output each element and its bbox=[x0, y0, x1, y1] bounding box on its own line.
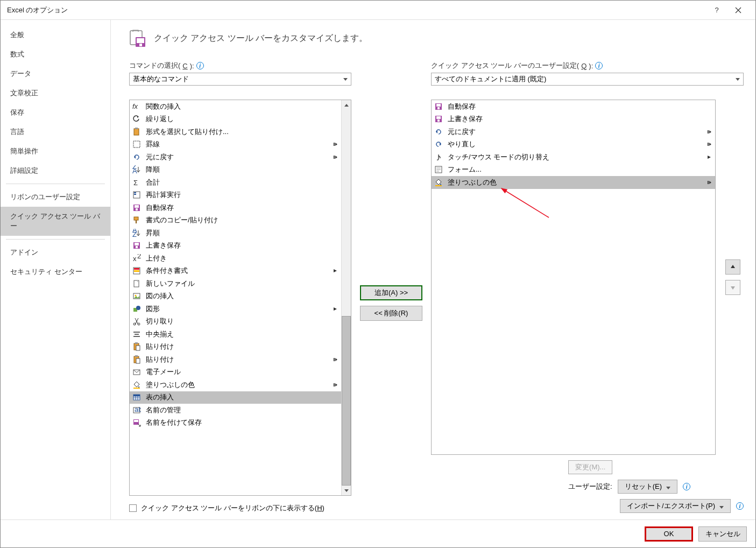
command-item[interactable]: 塗りつぶしの色 bbox=[130, 378, 341, 391]
command-item[interactable]: ab名前の管理 bbox=[130, 404, 341, 417]
svg-rect-49 bbox=[133, 395, 140, 396]
command-item[interactable]: x2上付き bbox=[130, 252, 341, 265]
scroll-up[interactable] bbox=[342, 100, 351, 110]
command-item[interactable]: 電子メール bbox=[130, 366, 341, 379]
sidebar-item[interactable]: リボンのユーザー設定 bbox=[1, 187, 110, 207]
info-icon[interactable]: i bbox=[683, 483, 690, 490]
command-item[interactable]: 罫線 bbox=[130, 138, 341, 151]
sidebar-item[interactable]: クイック アクセス ツール バー bbox=[1, 207, 110, 236]
move-up-button[interactable] bbox=[725, 259, 740, 275]
svg-rect-8 bbox=[334, 143, 335, 146]
main-panel: クイック アクセス ツール バーをカスタマイズします。 コマンドの選択(C): … bbox=[111, 20, 755, 519]
submenu-indicator bbox=[331, 142, 339, 147]
svg-text:fx: fx bbox=[132, 102, 138, 110]
remove-button[interactable]: << 削除(R) bbox=[360, 306, 422, 321]
import-export-button[interactable]: インポート/エクスポート(P) bbox=[620, 499, 731, 513]
command-item[interactable]: 切り取り bbox=[130, 315, 341, 328]
command-item[interactable]: 形式を選択して貼り付け... bbox=[130, 125, 341, 138]
shapes-icon bbox=[132, 304, 142, 314]
paste-icon bbox=[132, 342, 142, 352]
info-icon[interactable]: i bbox=[736, 502, 744, 510]
sidebar-item[interactable]: 数式 bbox=[1, 45, 110, 64]
svg-text:Σ: Σ bbox=[133, 179, 138, 187]
scroll-thumb[interactable] bbox=[342, 316, 351, 486]
customize-qat-combo[interactable]: すべてのドキュメントに適用 (既定) bbox=[431, 73, 744, 86]
sidebar-item[interactable]: 保存 bbox=[1, 103, 110, 122]
command-item[interactable]: fx関数の挿入 bbox=[130, 100, 341, 113]
command-item[interactable]: 元に戻す bbox=[130, 151, 341, 164]
sidebar-item[interactable]: アドイン bbox=[1, 243, 110, 262]
svg-rect-9 bbox=[334, 156, 335, 159]
cancel-button[interactable]: キャンセル bbox=[698, 526, 747, 542]
qat-item[interactable]: 元に戻す bbox=[432, 125, 715, 138]
fill-color-icon bbox=[434, 178, 443, 187]
help-button[interactable]: ? bbox=[706, 2, 727, 18]
fx-icon: fx bbox=[132, 102, 142, 111]
sidebar-item[interactable]: 詳細設定 bbox=[1, 161, 110, 180]
sidebar-item[interactable]: セキュリティ センター bbox=[1, 262, 110, 282]
recalc-icon bbox=[132, 190, 142, 200]
command-item[interactable]: 名前を付けて保存 bbox=[130, 417, 341, 430]
command-item[interactable]: 図形 bbox=[130, 303, 341, 315]
command-item[interactable]: 繰り返し bbox=[130, 113, 341, 126]
center-icon bbox=[132, 329, 142, 339]
sidebar-item[interactable]: 全般 bbox=[1, 25, 110, 45]
email-icon bbox=[132, 367, 142, 377]
repeat-icon bbox=[132, 114, 142, 124]
svg-rect-25 bbox=[136, 246, 138, 248]
command-item[interactable]: 書式のコピー/貼り付け bbox=[130, 214, 341, 227]
move-down-button[interactable] bbox=[725, 280, 740, 295]
modify-button[interactable]: 変更(M)... bbox=[568, 460, 612, 474]
choose-commands-combo[interactable]: 基本的なコマンド bbox=[129, 73, 351, 86]
item-label: 形式を選択して貼り付け... bbox=[146, 127, 327, 137]
item-label: フォーム... bbox=[448, 165, 701, 174]
sidebar-item[interactable]: 言語 bbox=[1, 122, 110, 142]
sidebar-item[interactable]: データ bbox=[1, 64, 110, 83]
svg-rect-3 bbox=[139, 44, 142, 46]
command-item[interactable]: 貼り付け bbox=[130, 341, 341, 354]
add-button[interactable]: 追加(A) >> bbox=[360, 285, 422, 300]
commands-listbox[interactable]: fx関数の挿入繰り返し形式を選択して貼り付け...罫線元に戻すZA降順Σ合計再計… bbox=[129, 100, 351, 496]
scroll-down[interactable] bbox=[342, 486, 351, 495]
info-icon[interactable]: i bbox=[595, 62, 603, 69]
info-icon[interactable]: i bbox=[196, 62, 204, 69]
qat-item[interactable]: 自動保存 bbox=[432, 100, 715, 113]
reset-button[interactable]: リセット(E) bbox=[618, 480, 677, 494]
qat-item[interactable]: 塗りつぶしの色 bbox=[432, 176, 715, 189]
command-item[interactable]: AZ昇順 bbox=[130, 227, 341, 240]
undo-icon bbox=[132, 152, 142, 162]
svg-rect-42 bbox=[135, 355, 138, 357]
command-item[interactable]: 条件付き書式 bbox=[130, 265, 341, 278]
scrollbar[interactable] bbox=[341, 100, 351, 495]
qat-item[interactable]: 上書き保存 bbox=[432, 113, 715, 126]
item-label: 合計 bbox=[146, 178, 327, 187]
window-title: Excel のオプション bbox=[7, 5, 706, 15]
command-item[interactable]: 貼り付け bbox=[130, 353, 341, 366]
ok-button[interactable]: OK bbox=[645, 526, 693, 542]
item-label: 関数の挿入 bbox=[146, 102, 327, 111]
command-item[interactable]: ZA降順 bbox=[130, 164, 341, 177]
command-item[interactable]: Σ合計 bbox=[130, 176, 341, 189]
command-item[interactable]: 表の挿入 bbox=[130, 391, 341, 404]
svg-rect-55 bbox=[436, 104, 441, 107]
command-item[interactable]: 再計算実行 bbox=[130, 189, 341, 202]
command-item[interactable]: 上書き保存 bbox=[130, 240, 341, 252]
command-item[interactable]: 図の挿入 bbox=[130, 290, 341, 303]
title-bar: Excel のオプション ? bbox=[1, 1, 755, 20]
sidebar-item[interactable]: 文章校正 bbox=[1, 83, 110, 103]
sidebar-item[interactable]: 簡単操作 bbox=[1, 142, 110, 161]
svg-point-35 bbox=[136, 306, 140, 310]
qat-item[interactable]: タッチ/マウス モードの切り替え bbox=[432, 151, 715, 164]
qat-item[interactable]: やり直し bbox=[432, 138, 715, 151]
qat-listbox[interactable]: 自動保存上書き保存元に戻すやり直しタッチ/マウス モードの切り替えフォーム...… bbox=[431, 100, 716, 455]
command-item[interactable]: 自動保存 bbox=[130, 201, 341, 214]
command-item[interactable]: 中央揃え bbox=[130, 328, 341, 341]
qat-item[interactable]: フォーム... bbox=[432, 164, 715, 177]
svg-rect-46 bbox=[133, 388, 140, 389]
cond-format-icon bbox=[132, 266, 142, 276]
close-icon bbox=[735, 7, 741, 13]
show-below-ribbon-checkbox[interactable]: クイック アクセス ツール バーをリボンの下に表示する(H) bbox=[129, 503, 351, 513]
checkbox-icon bbox=[129, 504, 137, 512]
command-item[interactable]: 新しいファイル bbox=[130, 277, 341, 290]
close-button[interactable] bbox=[727, 2, 749, 18]
